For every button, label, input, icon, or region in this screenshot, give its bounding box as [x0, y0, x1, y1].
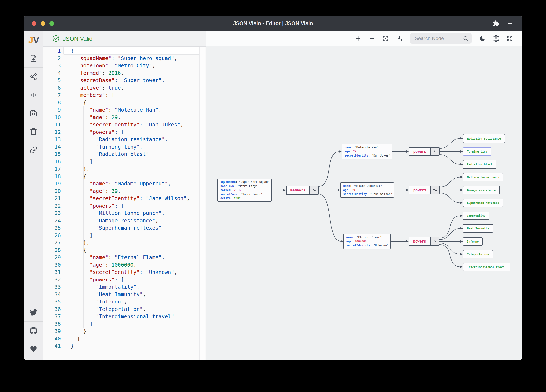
code-line[interactable]: "Inferno",	[71, 298, 127, 305]
code-line[interactable]: }	[71, 328, 86, 335]
line-number: 14	[43, 143, 61, 151]
graph-node-root[interactable]: squadName: "Super hero squad"homeTown: "…	[217, 179, 272, 202]
editor-scrollbar[interactable]	[199, 47, 205, 360]
graph-node-leaf-interdimensional-travel[interactable]: Interdimensional travel	[463, 263, 510, 271]
fullscreen-button[interactable]	[505, 34, 514, 43]
search-icon[interactable]	[463, 36, 468, 41]
graph-node-leaf-teleportation[interactable]: Teleportation	[463, 250, 493, 258]
code-line[interactable]: "name": "Molecule Man",	[71, 106, 162, 114]
titlebar: JSON Visio - Editor | JSON Visio	[24, 16, 522, 31]
code-line[interactable]: "Heat Immunity",	[71, 291, 146, 298]
app-logo[interactable]: JV	[24, 31, 43, 49]
code-line[interactable]: "name": "Madame Uppercut",	[71, 180, 171, 188]
settings-button[interactable]	[492, 34, 501, 43]
code-line[interactable]: "powers": [	[71, 202, 124, 210]
code-line[interactable]: "Million tonne punch",	[71, 209, 165, 217]
collapse-node-icon[interactable]	[430, 186, 439, 194]
graph-node-leaf-radiation-blast[interactable]: Radiation blast	[463, 160, 496, 169]
search-node-box[interactable]	[410, 33, 472, 44]
graph-node-leaf-heat-immunity[interactable]: Heat Immunity	[463, 224, 493, 233]
graph-node-powers-1[interactable]: powers	[409, 147, 440, 156]
file-plus-icon[interactable]	[24, 49, 43, 67]
menu-icon[interactable]	[506, 19, 514, 27]
zoom-in-button[interactable]	[353, 34, 363, 43]
code-line[interactable]: "age": 29,	[71, 114, 121, 121]
code-line[interactable]: "Immortality",	[71, 283, 140, 291]
code-line[interactable]: {	[71, 173, 86, 180]
code-line[interactable]: "Turning tiny",	[71, 143, 143, 151]
graph-node-leaf-turning-tiny[interactable]: Turning tiny	[463, 147, 491, 156]
code-line[interactable]: ]	[71, 320, 93, 328]
code-line[interactable]: "secretIdentity": "Jane Wilson",	[71, 195, 190, 202]
code-line[interactable]: "active": true,	[71, 84, 124, 92]
graph-node-leaf-superhuman-reflexes[interactable]: Superhuman reflexes	[463, 199, 503, 207]
json-editor[interactable]: JSON Valid 1{2 "squadName": "Super hero …	[43, 31, 206, 360]
focus-button[interactable]	[381, 34, 390, 43]
code-line[interactable]: {	[71, 99, 86, 107]
graph-node-powers-3[interactable]: powers	[409, 237, 439, 246]
code-line[interactable]: "age": 39,	[71, 188, 121, 195]
sidebar: JV	[24, 31, 44, 360]
twitter-icon[interactable]	[24, 303, 43, 321]
line-number: 33	[43, 283, 61, 291]
editor-status-bar: JSON Valid	[43, 31, 206, 47]
code-line[interactable]: "secretIdentity": "Unknown",	[71, 269, 177, 276]
code-line[interactable]: "members": [	[71, 91, 115, 99]
code-line[interactable]: },	[71, 239, 90, 247]
node-label: powers	[409, 186, 430, 194]
line-number: 36	[43, 305, 61, 313]
code-line[interactable]: "powers": [	[71, 128, 124, 136]
code-line[interactable]: "Teleportation",	[71, 305, 146, 313]
trash-icon[interactable]	[24, 122, 43, 140]
code-line[interactable]: "powers": [	[71, 276, 124, 284]
code-line[interactable]: "Superhuman reflexes"	[71, 224, 162, 232]
code-line[interactable]: "age": 1000000,	[71, 261, 136, 269]
code-line[interactable]: "Damage resistance",	[71, 217, 158, 224]
code-line[interactable]: "secretBase": "Super tower",	[71, 77, 165, 84]
github-icon[interactable]	[24, 322, 43, 340]
code-line[interactable]: "formed": 2016,	[71, 70, 124, 77]
collapse-node-icon[interactable]	[430, 148, 439, 155]
share-icon[interactable]	[24, 68, 43, 86]
graph-node-members[interactable]: members	[286, 186, 318, 195]
code-line[interactable]: "secretIdentity": "Dan Jukes",	[71, 121, 183, 128]
center-icon[interactable]	[24, 86, 43, 104]
graph-node-leaf-inferno[interactable]: Inferno	[463, 237, 482, 246]
code-line[interactable]: "squadName": "Super hero squad",	[71, 55, 177, 62]
dark-mode-toggle[interactable]	[478, 34, 487, 43]
graph-node-leaf-radiation-resistance[interactable]: Radiation resistance	[463, 134, 505, 143]
code-line[interactable]: {	[71, 47, 74, 55]
graph-node-powers-2[interactable]: powers	[409, 186, 440, 194]
line-number: 16	[43, 158, 61, 165]
save-icon[interactable]	[24, 104, 43, 122]
graph-node-leaf-damage-resistance[interactable]: Damage resistance	[463, 186, 500, 194]
node-label: members	[286, 186, 309, 194]
graph-node-member-1[interactable]: name: "Molecule Man"age: 29secretIdentit…	[342, 144, 392, 159]
code-line[interactable]: "homeTown": "Metro City",	[71, 62, 155, 70]
download-button[interactable]	[395, 34, 404, 43]
graph-node-member-3[interactable]: name: "Eternal Flame"age: 1000000secretI…	[343, 234, 390, 249]
heart-icon[interactable]	[24, 340, 43, 358]
code-line[interactable]: {	[71, 247, 86, 254]
code-line[interactable]: }	[71, 342, 74, 350]
node-property: formed: 2016	[220, 188, 269, 192]
search-input[interactable]	[414, 35, 463, 42]
extension-icon[interactable]	[492, 19, 500, 27]
collapse-node-icon[interactable]	[309, 186, 318, 194]
graph-node-member-2[interactable]: name: "Madame Uppercut"age: 39secretIden…	[340, 183, 394, 198]
code-line[interactable]: ]	[71, 335, 80, 342]
code-line[interactable]: "Interdimensional travel"	[71, 313, 174, 320]
graph-node-leaf-million-tonne-punch[interactable]: Million tonne punch	[463, 173, 503, 182]
code-line[interactable]: },	[71, 165, 90, 173]
graph-node-leaf-immortality[interactable]: Immortality	[463, 212, 489, 220]
current-line-highlight	[64, 47, 205, 55]
collapse-node-icon[interactable]	[430, 237, 439, 245]
code-line[interactable]: "name": "Eternal Flame",	[71, 254, 165, 261]
code-line[interactable]: ]	[71, 232, 93, 239]
code-line[interactable]: "Radiation resistance",	[71, 136, 168, 143]
code-line[interactable]: ]	[71, 158, 93, 165]
line-number: 25	[43, 224, 61, 232]
link-icon[interactable]	[24, 141, 43, 159]
code-line[interactable]: "Radiation blast"	[71, 151, 149, 158]
zoom-out-button[interactable]	[367, 34, 377, 43]
